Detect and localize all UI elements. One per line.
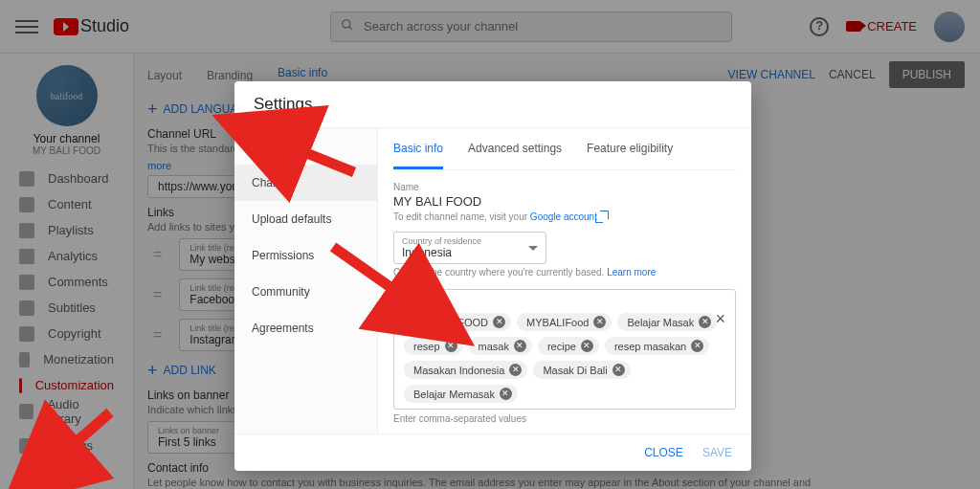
keyword-chip[interactable]: MYBALIFood✕	[517, 313, 612, 331]
settings-side-community[interactable]: Community	[234, 274, 377, 310]
modal-sidebar: GeneralChannelUpload defaultsPermissions…	[234, 128, 378, 433]
keywords-hint: Enter comma-separated values	[393, 413, 736, 424]
keywords-field[interactable]: Keywords MY BALI FOOD✕MYBALIFood✕Belajar…	[393, 289, 736, 410]
remove-icon[interactable]: ✕	[500, 388, 512, 400]
remove-icon[interactable]: ✕	[581, 340, 593, 352]
chevron-down-icon	[528, 246, 538, 251]
settings-side-channel[interactable]: Channel	[234, 165, 377, 201]
remove-icon[interactable]: ✕	[691, 340, 703, 352]
keyword-chip[interactable]: Belajar Masak✕	[617, 313, 717, 331]
keyword-chip[interactable]: Masakan Indonesia✕	[404, 361, 527, 379]
keyword-chip[interactable]: MY BALI FOOD✕	[404, 313, 511, 331]
name-label: Name	[393, 182, 736, 192]
remove-icon[interactable]: ✕	[699, 316, 711, 328]
settings-side-general[interactable]: General	[234, 128, 377, 165]
modal-tab-basic-info[interactable]: Basic info	[393, 128, 443, 169]
keyword-chip[interactable]: resep masakan✕	[605, 337, 709, 355]
learn-more-link[interactable]: Learn more	[607, 267, 656, 278]
modal-tab-eligibility[interactable]: Feature eligibility	[587, 128, 673, 169]
country-help: Choose the country where you're currentl…	[393, 267, 736, 278]
remove-icon[interactable]: ✕	[493, 316, 505, 328]
settings-modal: Settings GeneralChannelUpload defaultsPe…	[234, 81, 751, 471]
external-link-icon	[600, 211, 609, 219]
keyword-chip[interactable]: Masak Di Bali✕	[533, 361, 630, 379]
name-help: To edit channel name, visit your Google …	[393, 211, 736, 222]
name-value: MY BALI FOOD	[393, 194, 736, 209]
country-select[interactable]: Country of residence Indonesia	[393, 232, 546, 264]
keyword-chip[interactable]: recipe✕	[538, 337, 599, 355]
settings-side-upload-defaults[interactable]: Upload defaults	[234, 201, 377, 237]
modal-tabs: Basic info Advanced settings Feature eli…	[393, 128, 736, 170]
close-icon[interactable]: ×	[715, 309, 725, 329]
modal-close-button[interactable]: CLOSE	[644, 446, 683, 459]
modal-save-button[interactable]: SAVE	[702, 446, 732, 459]
remove-icon[interactable]: ✕	[445, 340, 457, 352]
remove-icon[interactable]: ✕	[514, 340, 526, 352]
settings-side-permissions[interactable]: Permissions	[234, 237, 377, 274]
modal-title: Settings	[234, 81, 751, 127]
settings-side-agreements[interactable]: Agreements	[234, 310, 377, 346]
modal-tab-advanced[interactable]: Advanced settings	[468, 128, 562, 169]
google-account-link[interactable]: Google account	[530, 211, 597, 222]
keyword-chip[interactable]: resep✕	[404, 337, 463, 355]
modal-footer: CLOSE SAVE	[234, 433, 751, 471]
keyword-chip[interactable]: masak✕	[469, 337, 532, 355]
remove-icon[interactable]: ✕	[593, 316, 606, 328]
remove-icon[interactable]: ✕	[612, 364, 625, 376]
modal-main: Basic info Advanced settings Feature eli…	[378, 128, 751, 433]
keyword-chip[interactable]: Belajar Memasak✕	[404, 385, 518, 403]
remove-icon[interactable]: ✕	[509, 364, 522, 376]
